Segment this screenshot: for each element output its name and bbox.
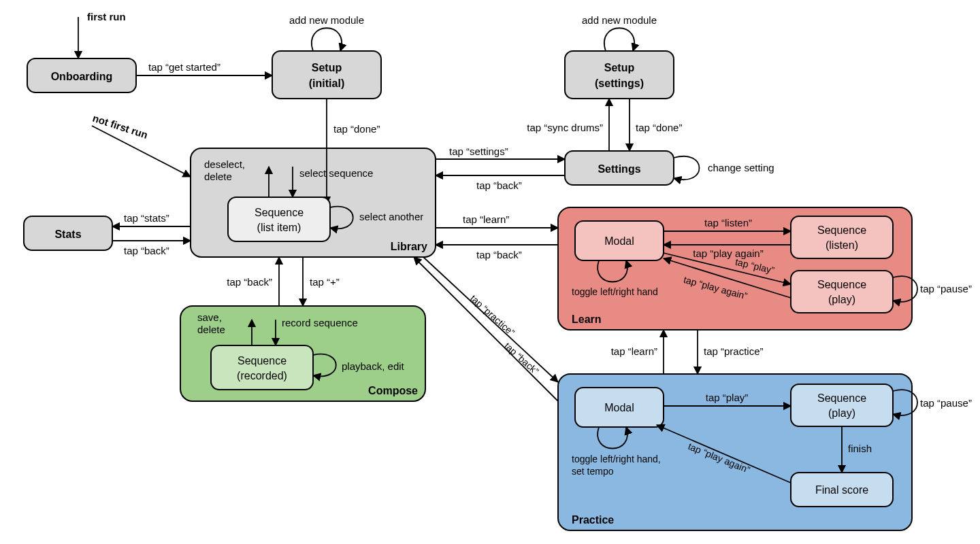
label-deselect-2: delete: [204, 171, 232, 182]
label-back-practice: tap “back”: [502, 340, 541, 377]
label-seq-listen-1: Sequence: [817, 224, 866, 236]
label-tap-learn: tap “learn”: [463, 214, 509, 225]
label-setup-settings-2: (settings): [595, 78, 644, 89]
label-change-setting: change setting: [708, 162, 774, 173]
label-setup-initial-1: Setup: [312, 62, 342, 73]
label-back-learn: tap “back”: [476, 249, 522, 260]
label-seq-rec-2: (recorded): [237, 370, 287, 381]
label-learn: Learn: [572, 313, 602, 325]
label-practice-modal: Modal: [604, 402, 634, 413]
edge-change-setting: [674, 156, 700, 180]
label-select-seq: select sequence: [299, 167, 373, 179]
label-settings: Settings: [598, 163, 640, 175]
label-tap-practice-2: tap “practice”: [704, 345, 764, 357]
edge-back-practice: [414, 257, 558, 401]
label-final-score: Final score: [815, 484, 868, 496]
label-seq-rec-1: Sequence: [238, 355, 287, 367]
label-learn-modal: Modal: [604, 235, 634, 247]
label-tap-listen: tap “listen”: [704, 217, 752, 228]
label-deselect-1: deselect,: [204, 158, 245, 170]
label-tap-learn-2: tap “learn”: [611, 345, 657, 357]
label-toggle-tempo-2: set tempo: [572, 466, 614, 477]
node-seq-play-learn: [791, 271, 893, 313]
label-toggle-tempo-1: toggle left/right hand,: [572, 454, 661, 464]
label-seq-play-l1: Sequence: [817, 279, 866, 290]
label-tap-play-practice: tap “play”: [706, 392, 749, 403]
node-sequence-recorded: [211, 345, 313, 390]
label-pause-practice: tap “pause”: [920, 397, 972, 409]
label-pause-learn: tap “pause”: [920, 283, 972, 294]
label-compose: Compose: [368, 385, 418, 396]
label-library: Library: [391, 241, 427, 252]
label-setup-settings-1: Setup: [604, 62, 635, 73]
label-play-again-listen: tap “play again”: [693, 248, 763, 259]
label-seq-list-2: (list item): [257, 222, 301, 233]
label-done-2: tap “done”: [636, 122, 682, 133]
label-tap-settings: tap “settings”: [449, 146, 508, 157]
label-tap-practice: tap “practice”: [468, 292, 517, 338]
label-seq-play-l2: (play): [828, 294, 855, 305]
label-save-delete-1: save,: [197, 311, 222, 323]
label-toggle-hand: toggle left/right hand: [572, 286, 658, 297]
label-playback: playback, edit: [342, 360, 405, 372]
label-tap-plus: tap “+”: [310, 276, 340, 288]
label-practice: Practice: [572, 514, 614, 526]
label-sync-drums: tap “sync drums”: [527, 122, 603, 133]
label-seq-play-p2: (play): [828, 407, 855, 419]
label-add-module-1: add new module: [289, 14, 364, 26]
label-back-compose: tap “back”: [227, 276, 272, 288]
node-sequence-list-item: [228, 197, 330, 241]
label-select-another: select another: [359, 211, 423, 222]
label-finish: finish: [848, 443, 872, 454]
label-seq-listen-2: (listen): [826, 239, 858, 251]
node-setup-initial: [272, 51, 381, 99]
edge-add-module-2: [604, 28, 634, 51]
label-back-stats: tap “back”: [124, 245, 169, 256]
label-get-started: tap “get started”: [148, 61, 220, 73]
label-tap-stats: tap “stats”: [124, 212, 169, 224]
label-add-module-2: add new module: [582, 14, 657, 26]
label-done-1: tap “done”: [333, 123, 380, 135]
node-seq-listen: [791, 216, 893, 258]
label-save-delete-2: delete: [197, 324, 225, 335]
node-seq-play-practice: [791, 384, 893, 426]
label-stats: Stats: [54, 228, 81, 240]
label-seq-play-p1: Sequence: [817, 392, 866, 404]
label-seq-list-1: Sequence: [255, 207, 304, 218]
label-not-first-run: not first run: [91, 112, 149, 141]
label-back-settings: tap “back”: [476, 180, 522, 191]
node-setup-settings: [565, 51, 674, 99]
label-record: record sequence: [282, 317, 358, 328]
label-setup-initial-2: (initial): [309, 78, 344, 89]
label-onboarding: Onboarding: [51, 71, 113, 82]
edge-add-module-1: [312, 28, 342, 51]
label-first-run: first run: [87, 11, 126, 22]
